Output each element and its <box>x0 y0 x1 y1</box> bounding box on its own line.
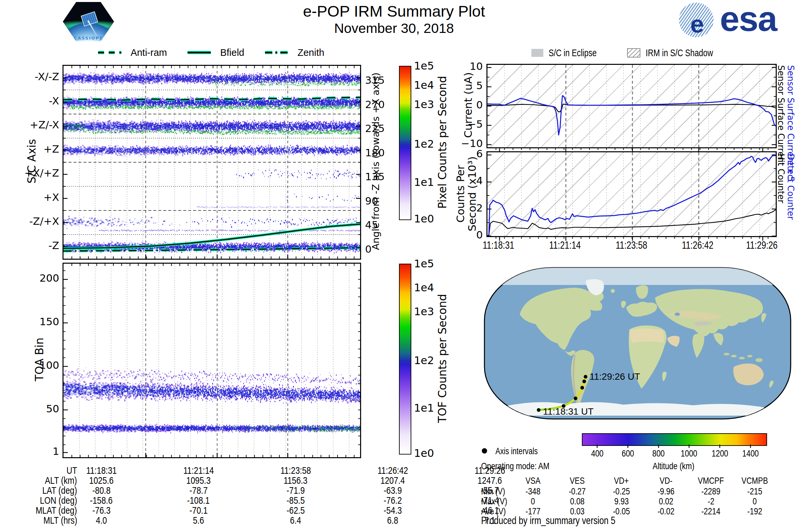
eph-cell: -71.9 <box>249 485 342 496</box>
eph-cell: -108.1 <box>152 495 245 506</box>
tof-colorbar <box>399 264 411 455</box>
eph-cell: -85.5 <box>249 495 342 506</box>
vt-cell: 0 <box>508 496 558 507</box>
attitude-legend: Anti-ram Bfield Zenith <box>62 46 359 58</box>
altitude-colorbar <box>582 433 767 446</box>
sc-axis-spectrogram <box>62 65 361 260</box>
vt-cell: 0.08 <box>552 496 602 507</box>
tof-cb-tick-1e2: 1e2 <box>414 354 434 367</box>
tof-cb-tick-1e3: 1e3 <box>414 305 434 318</box>
eph-cell: 1156.3 <box>249 475 342 486</box>
eph-cell: 11:26:42 <box>346 465 439 476</box>
vt-col-VD+: VD+ <box>596 475 646 486</box>
current-ytick-0: 0 <box>455 99 483 111</box>
sc-axis-tick-+X/+Z: +X/+Z <box>0 167 59 179</box>
pixel-cb-tick-1e0: 1e0 <box>414 212 434 225</box>
eph-cell: -158.6 <box>55 495 148 506</box>
counts-plot-overlay <box>488 152 776 236</box>
alt-tick-1400: 1400 <box>727 448 774 459</box>
counts-ylabel-line2: Second (x10³) <box>466 156 478 231</box>
vt-col-VES: VES <box>552 475 602 486</box>
pixel-cb-tick-1e5: 1e5 <box>414 59 434 72</box>
hit-counter-label: Hit Counter <box>776 154 786 203</box>
current-ytick-5: 5 <box>455 79 483 92</box>
eph-cell: -80.8 <box>55 485 148 496</box>
current-ytick--5: −5 <box>455 118 483 130</box>
cassiope-badge-art: CASSIOPE <box>63 2 114 41</box>
page-date: November 30, 2018 <box>334 21 454 36</box>
eclipse-swatch-icon <box>531 49 543 57</box>
eclipse-legend-label: S/C in Eclipse <box>549 48 609 58</box>
toa-spectrogram-overlay <box>63 264 360 457</box>
tof-cb-tick-1e4: 1e4 <box>414 281 434 294</box>
sc-axis-tick--Z: -Z <box>0 240 59 251</box>
operating-mode-label: Operating mode: AM <box>481 461 567 472</box>
vt-col-VSA: VSA <box>508 475 558 486</box>
zenith-legend-label: Zenith <box>298 47 324 58</box>
pixel-cb-tick-1e4: 1e4 <box>414 79 434 92</box>
vt-cell: -215 <box>730 486 780 497</box>
eph-cell: 1207.4 <box>346 475 439 486</box>
vt-cell: -2214 <box>686 506 736 517</box>
vt-cell: -0.27 <box>552 486 602 497</box>
eph-cell: 1025.6 <box>55 475 148 486</box>
eph-cell: -70.1 <box>152 505 245 516</box>
vt-cell: 0 <box>730 496 780 507</box>
vt-cell: -0.25 <box>596 486 646 497</box>
eph-cell: 1095.3 <box>152 475 245 486</box>
angle-axis-label: Angle from -Z axis (towards +X axis) <box>370 73 381 250</box>
axis-intervals-label: Axis intervals <box>495 446 548 457</box>
eph-cell: 11:21:14 <box>152 465 245 476</box>
pixel-cb-tick-1e3: 1e3 <box>414 98 434 111</box>
shadow-hatch-swatch-icon <box>627 48 640 58</box>
axis-intervals-dot-icon <box>482 448 487 454</box>
sc-axis-tick-+Z/-X: +Z/-X <box>0 119 59 131</box>
pixel-cb-tick-1e2: 1e2 <box>414 138 434 150</box>
tof-cb-tick-1e5: 1e5 <box>414 258 434 270</box>
vt-cell: -192 <box>730 506 780 517</box>
esa-globe-letter: e <box>690 10 704 37</box>
vt-col-VCMPB: VCMPB <box>730 475 780 486</box>
antiram-legend-label: Anti-ram <box>131 47 167 58</box>
toa-tick-100: 100 <box>0 359 59 371</box>
current-plot <box>487 64 777 148</box>
eph-cell: -78.7 <box>152 485 245 496</box>
bfield-legend-label: Bfield <box>220 47 244 58</box>
pixel-colorbar <box>399 66 411 220</box>
page-title: e-POP IRM Summary Plot <box>303 2 485 20</box>
eph-cell: -54.3 <box>346 505 439 516</box>
tof-cb-tick-1e1: 1e1 <box>414 402 434 414</box>
counts-ytick-4: 4 <box>455 174 483 187</box>
vt-col-VMCPF: VMCPF <box>686 475 736 486</box>
vt-cell: -2289 <box>686 486 736 497</box>
vt-cell: -2 <box>686 496 736 507</box>
sensor-surface-current-label: Sensor Surface Current <box>776 65 786 166</box>
counts-ytick-0: 0 <box>455 229 483 241</box>
eph-cell: 4.0 <box>55 515 148 526</box>
tof-cb-tick-1e0: 1e0 <box>414 447 434 459</box>
cassiope-badge-label: CASSIOPE <box>63 36 114 41</box>
detect-counter-label: Detect Counter <box>786 154 796 220</box>
cassiope-mission-badge: CASSIOPE <box>61 1 115 42</box>
eph-cell: -76.3 <box>55 505 148 516</box>
eph-cell: 5.6 <box>152 515 245 526</box>
current-plot-overlay <box>488 65 776 147</box>
bfield-line-icon <box>187 50 211 56</box>
vt-col-VD-: VD- <box>641 475 691 486</box>
zenith-line-icon <box>264 50 289 56</box>
eph-cell: 11:23:58 <box>249 465 342 476</box>
toa-tick-200: 200 <box>0 272 59 284</box>
track-start-label: 11:18:31 UT <box>543 406 593 417</box>
vt-cell: 0.02 <box>641 496 691 507</box>
counts-plot <box>487 151 777 237</box>
track-end-label: 11:29:26 UT <box>590 372 640 382</box>
eph-cell: -76.2 <box>346 495 439 506</box>
eph-cell: 6.4 <box>249 515 342 526</box>
counts-ytick-2: 2 <box>455 202 483 214</box>
sc-axis-tick--X: -X <box>0 95 59 107</box>
epop-irm-summary-page: CASSIOPE e-POP IRM Summary Plot November… <box>0 0 798 532</box>
tof-colorbar-label: TOF Counts per Second <box>436 294 449 423</box>
toa-tick-50: 50 <box>0 403 59 415</box>
toa-tick-1: 1 <box>0 445 59 457</box>
sc-spectrogram-overlay <box>63 66 360 259</box>
